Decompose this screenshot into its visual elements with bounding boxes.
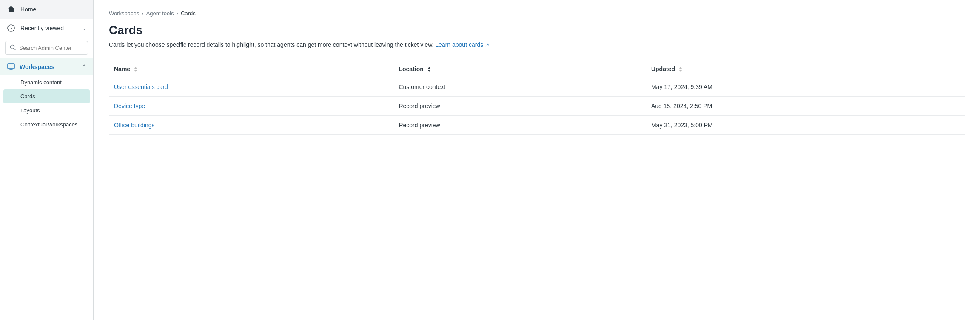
main-content: Workspaces › Agent tools › Cards Cards C… xyxy=(94,0,980,320)
table-row: Office buildingsRecord previewMay 31, 20… xyxy=(109,116,965,135)
svg-rect-3 xyxy=(8,64,14,69)
learn-about-cards-link[interactable]: Learn about cards ↗ xyxy=(435,40,489,49)
sidebar-sub-nav: Dynamic content Cards Layouts Contextual… xyxy=(0,75,93,131)
col-header-name[interactable]: Name xyxy=(109,61,393,77)
search-icon xyxy=(10,44,16,51)
home-label: Home xyxy=(20,6,36,13)
col-header-location[interactable]: Location xyxy=(393,61,646,77)
sidebar-item-contextual-workspaces[interactable]: Contextual workspaces xyxy=(0,117,93,131)
chevron-up-icon: ⌃ xyxy=(82,64,86,70)
search-box[interactable] xyxy=(5,41,88,55)
svg-line-2 xyxy=(14,49,16,50)
table-cell-location: Customer context xyxy=(393,77,646,97)
page-title: Cards xyxy=(109,23,965,37)
sidebar-item-layouts[interactable]: Layouts xyxy=(0,103,93,117)
table-cell-name: Office buildings xyxy=(109,116,393,135)
table-cell-updated: May 31, 2023, 5:00 PM xyxy=(646,116,965,135)
table-header-row: Name Location xyxy=(109,61,965,77)
table-cell-updated: Aug 15, 2024, 2:50 PM xyxy=(646,97,965,116)
chevron-down-icon: ⌄ xyxy=(82,25,86,31)
sort-icon-name xyxy=(134,66,138,72)
breadcrumb-sep-2: › xyxy=(177,10,178,17)
sort-icon-updated xyxy=(678,66,683,72)
breadcrumb-agent-tools[interactable]: Agent tools xyxy=(146,10,174,17)
sidebar-item-cards[interactable]: Cards xyxy=(3,89,90,103)
table-cell-location: Record preview xyxy=(393,97,646,116)
sidebar-item-dynamic-content[interactable]: Dynamic content xyxy=(0,75,93,89)
home-icon xyxy=(7,5,15,14)
table-cell-updated: May 17, 2024, 9:39 AM xyxy=(646,77,965,97)
monitor-icon xyxy=(7,63,15,71)
cards-table-container: Name Location xyxy=(109,61,965,135)
sidebar-section-workspaces[interactable]: Workspaces ⌃ xyxy=(0,58,93,75)
breadcrumb-workspaces[interactable]: Workspaces xyxy=(109,10,139,17)
sidebar-item-recently-viewed[interactable]: Recently viewed ⌄ xyxy=(0,19,93,37)
sidebar-item-home[interactable]: Home xyxy=(0,0,93,19)
external-link-icon: ↗ xyxy=(485,41,489,49)
table-cell-name: Device type xyxy=(109,97,393,116)
table-row: User essentials cardCustomer contextMay … xyxy=(109,77,965,97)
breadcrumb-sep-1: › xyxy=(142,10,143,17)
table-row: Device typeRecord previewAug 15, 2024, 2… xyxy=(109,97,965,116)
recently-viewed-label: Recently viewed xyxy=(20,25,64,31)
breadcrumb: Workspaces › Agent tools › Cards xyxy=(109,10,965,17)
table-body: User essentials cardCustomer contextMay … xyxy=(109,77,965,135)
workspaces-label: Workspaces xyxy=(20,63,54,70)
table-cell-location: Record preview xyxy=(393,116,646,135)
col-header-updated[interactable]: Updated xyxy=(646,61,965,77)
card-name-link[interactable]: User essentials card xyxy=(114,83,168,90)
search-input[interactable] xyxy=(19,45,83,51)
table-cell-name: User essentials card xyxy=(109,77,393,97)
sidebar: Home Recently viewed ⌄ xyxy=(0,0,94,320)
breadcrumb-cards: Cards xyxy=(181,10,196,17)
card-name-link[interactable]: Device type xyxy=(114,103,145,109)
cards-table: Name Location xyxy=(109,61,965,135)
sort-icon-location xyxy=(427,66,431,72)
card-name-link[interactable]: Office buildings xyxy=(114,122,154,129)
page-description: Cards let you choose specific record det… xyxy=(109,40,965,49)
clock-icon xyxy=(7,24,15,32)
